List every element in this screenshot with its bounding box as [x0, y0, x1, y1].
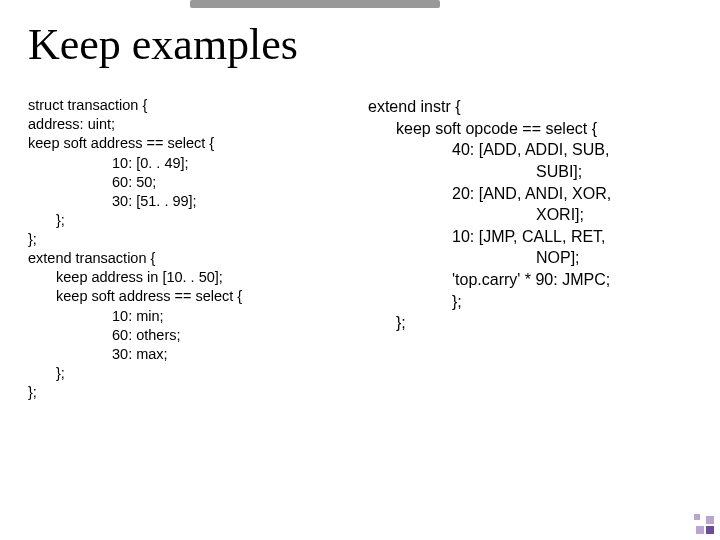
slide: Keep examples struct transaction { addre… — [0, 0, 720, 540]
slide-title: Keep examples — [28, 22, 692, 68]
code-line: }; — [28, 211, 352, 230]
code-right-column: extend instr { keep soft opcode == selec… — [368, 96, 692, 402]
code-line: keep soft address == select { — [28, 287, 352, 306]
code-line: SUBI]; — [368, 161, 692, 183]
code-line: 30: max; — [28, 345, 352, 364]
content-columns: struct transaction { address: uint; keep… — [28, 96, 692, 402]
code-line: 10: [0. . 49]; — [28, 154, 352, 173]
deco-square — [696, 526, 704, 534]
code-left-column: struct transaction { address: uint; keep… — [28, 96, 352, 402]
code-line: 'top.carry' * 90: JMPC; — [368, 269, 692, 291]
code-line: 60: 50; — [28, 173, 352, 192]
code-line: 10: [JMP, CALL, RET, — [368, 226, 692, 248]
code-line: extend transaction { — [28, 249, 352, 268]
code-line: 20: [AND, ANDI, XOR, — [368, 183, 692, 205]
code-line: }; — [28, 230, 352, 249]
code-line: }; — [28, 364, 352, 383]
deco-square — [694, 514, 700, 520]
code-line: }; — [368, 291, 692, 313]
corner-decoration — [684, 504, 714, 534]
code-line: keep soft address == select { — [28, 134, 352, 153]
top-shadow-decoration — [190, 0, 440, 8]
deco-square — [706, 526, 714, 534]
code-line: XORI]; — [368, 204, 692, 226]
code-line: address: uint; — [28, 115, 352, 134]
code-line: 40: [ADD, ADDI, SUB, — [368, 139, 692, 161]
code-line: struct transaction { — [28, 96, 352, 115]
code-line: extend instr { — [368, 96, 692, 118]
code-line: keep soft opcode == select { — [368, 118, 692, 140]
code-line: 30: [51. . 99]; — [28, 192, 352, 211]
deco-square — [706, 516, 714, 524]
code-line: 10: min; — [28, 307, 352, 326]
code-line: NOP]; — [368, 247, 692, 269]
code-line: }; — [368, 312, 692, 334]
code-line: }; — [28, 383, 352, 402]
code-line: 60: others; — [28, 326, 352, 345]
code-line: keep address in [10. . 50]; — [28, 268, 352, 287]
